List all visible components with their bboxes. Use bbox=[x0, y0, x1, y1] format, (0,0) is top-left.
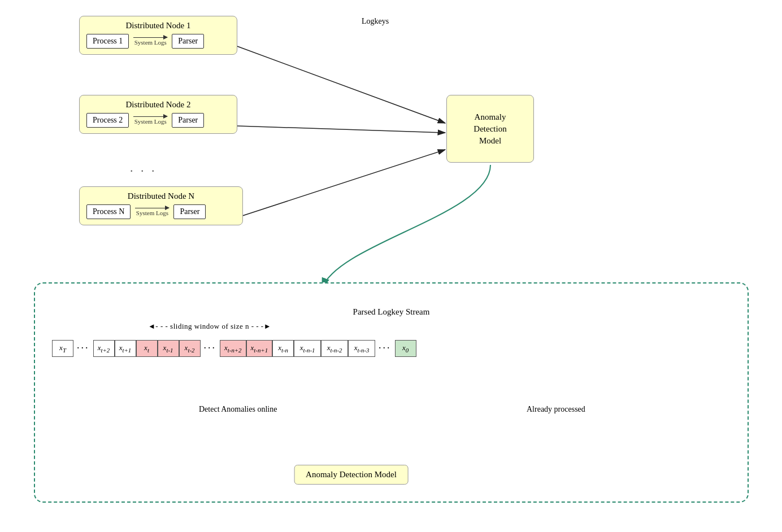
node1-arrow: System Logs bbox=[133, 37, 167, 46]
distributed-node-1: Distributed Node 1 Process 1 System Logs… bbox=[79, 16, 237, 55]
diagram-container: Distributed Node 1 Process 1 System Logs… bbox=[0, 0, 782, 532]
node1-parser: Parser bbox=[172, 34, 204, 49]
cell-xtn: xt-n bbox=[272, 340, 294, 357]
dots2: ··· bbox=[201, 342, 220, 354]
nodeN-parser: Parser bbox=[173, 204, 206, 219]
cell-xtn1: xt-n+1 bbox=[246, 340, 273, 357]
node2-process: Process 2 bbox=[86, 113, 129, 128]
cell-xt1: xt+1 bbox=[115, 340, 136, 357]
svg-line-7 bbox=[237, 126, 445, 133]
detect-label: Detect Anomalies online bbox=[199, 405, 277, 414]
sliding-window-label: ◄- - - sliding window of size n - - -► bbox=[148, 322, 271, 331]
dots1: ··· bbox=[73, 342, 93, 354]
node1-process: Process 1 bbox=[86, 34, 129, 49]
node2-arrow: System Logs bbox=[133, 116, 167, 125]
already-label: Already processed bbox=[527, 405, 585, 414]
cell-x0: x0 bbox=[395, 340, 416, 357]
bottom-box: Parsed Logkey Stream ◄- - - sliding wind… bbox=[34, 282, 749, 503]
nodes-dots: · · · bbox=[130, 164, 157, 178]
adm-top-label: AnomalyDetectionModel bbox=[473, 111, 506, 147]
adm-bottom: Anomaly Detection Model bbox=[294, 465, 409, 485]
node2-title: Distributed Node 2 bbox=[86, 100, 230, 110]
cell-xtn-3: xt-n-3 bbox=[348, 340, 375, 357]
distributed-node-n: Distributed Node N Process N System Logs… bbox=[79, 186, 243, 225]
cell-xt2: xt+2 bbox=[93, 340, 115, 357]
cell-xT: xT bbox=[52, 340, 73, 357]
adm-top: AnomalyDetectionModel bbox=[446, 95, 534, 163]
node1-title: Distributed Node 1 bbox=[86, 21, 230, 30]
cell-xtn-1: xt-n-1 bbox=[294, 340, 321, 357]
nodeN-arrow: System Logs bbox=[135, 208, 169, 216]
cell-xtn-2: xt-n-2 bbox=[321, 340, 348, 357]
cell-xt: xt bbox=[136, 340, 158, 357]
adm-bottom-label: Anomaly Detection Model bbox=[306, 470, 397, 479]
cell-xt-1: xt-1 bbox=[158, 340, 179, 357]
sequence-row: xT ··· xt+2 xt+1 xt xt-1 xt-2 ··· xt-n+2… bbox=[52, 340, 416, 357]
cell-xt-2: xt-2 bbox=[179, 340, 201, 357]
nodeN-title: Distributed Node N bbox=[86, 191, 236, 201]
cell-xtn2: xt-n+2 bbox=[220, 340, 246, 357]
node2-parser: Parser bbox=[172, 113, 204, 128]
distributed-node-2: Distributed Node 2 Process 2 System Logs… bbox=[79, 95, 237, 134]
dots3: ··· bbox=[375, 342, 395, 354]
svg-line-8 bbox=[237, 150, 445, 217]
nodeN-process: Process N bbox=[86, 204, 131, 219]
svg-line-6 bbox=[237, 46, 445, 123]
logkeys-label: Logkeys bbox=[362, 17, 389, 26]
stream-label: Parsed Logkey Stream bbox=[353, 307, 430, 317]
